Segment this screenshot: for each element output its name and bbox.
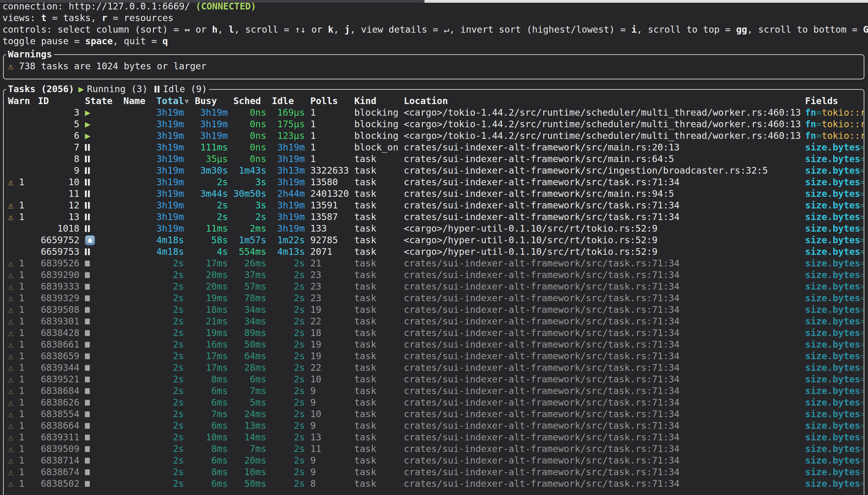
cell-location: crates/sui-indexer-alt-framework/src/tas… — [404, 200, 805, 211]
cell-idle: 3h19m — [266, 200, 305, 211]
task-row[interactable]: ⚠168387142s6ms20ms2s9taskcrates/sui-inde… — [8, 455, 864, 466]
cell-fields: size.bytes= — [805, 269, 864, 281]
header-line: controls: select column (sort) = ↔ or h,… — [2, 24, 868, 35]
cell-state: ▶ — [79, 107, 123, 118]
task-row[interactable]: ⚠168395092s8ms7ms2s11taskcrates/sui-inde… — [8, 443, 864, 455]
state-idle-icon — [85, 167, 90, 174]
column-header-polls[interactable]: Polls — [305, 95, 354, 107]
field-segment: = — [861, 223, 864, 234]
task-row[interactable]: ⚠168395262s17ms26ms2s21taskcrates/sui-in… — [8, 258, 864, 269]
cell-state — [79, 455, 123, 466]
task-row[interactable]: ⚠168393332s20ms57ms2s23taskcrates/sui-in… — [8, 281, 864, 292]
cell-sched: 26ms — [228, 258, 266, 269]
task-row[interactable]: ⚠168385542s7ms24ms2s10taskcrates/sui-ind… — [8, 408, 864, 420]
cell-warn — [8, 118, 35, 130]
field-segment: size.bytes — [805, 142, 861, 153]
duration-value: 3h19m — [156, 130, 184, 141]
task-row[interactable]: ⚠168386262s6ms5ms2s9taskcrates/sui-index… — [8, 397, 864, 408]
task-row[interactable]: 3▶3h19m3h19m0ns169µs1blocking<cargo>/tok… — [8, 107, 864, 118]
task-row[interactable]: ⚠168386642s6ms13ms2s9taskcrates/sui-inde… — [8, 420, 864, 431]
cell-kind: task — [354, 304, 404, 315]
cell-state — [79, 408, 123, 420]
duration-value: 3h19m — [156, 177, 184, 187]
task-row[interactable]: ⚠168392902s20ms37ms2s23taskcrates/sui-in… — [8, 269, 864, 281]
cell-fields: size.bytes= — [805, 258, 864, 269]
task-row[interactable]: ⚠168385022s6ms50ms2s8taskcrates/sui-inde… — [8, 478, 864, 490]
cell-id: 6838674 — [35, 466, 79, 478]
duration-value: 2s — [217, 211, 228, 222]
cell-name — [123, 339, 156, 351]
column-header-state[interactable]: State — [79, 95, 123, 107]
task-row[interactable]: ⚠168393112s10ms14ms2s13taskcrates/sui-in… — [8, 431, 864, 443]
task-row[interactable]: ⚠1123h19m2s3s3h19m13591taskcrates/sui-in… — [8, 200, 864, 211]
task-row[interactable]: ⚠168395212s8ms6ms2s10taskcrates/sui-inde… — [8, 374, 864, 385]
cell-fields: size.bytes= — [805, 188, 864, 200]
cell-id: 3 — [35, 107, 79, 118]
duration-value: 123µs — [277, 130, 305, 141]
column-header-fields[interactable]: Fields — [805, 95, 864, 107]
task-row[interactable]: ⚠168386742s8ms10ms2s9taskcrates/sui-inde… — [8, 466, 864, 478]
field-segment: size.bytes — [805, 327, 861, 338]
duration-value: 2s — [294, 351, 305, 361]
column-header-id[interactable]: ID — [35, 95, 79, 107]
cell-kind: task — [354, 153, 404, 165]
cell-kind: task — [354, 466, 404, 478]
column-header-warn[interactable]: Warn — [8, 95, 35, 107]
cell-warn: ⚠1 — [8, 304, 35, 315]
task-row[interactable]: 6▶3h19m3h19m0ns123µs1blocking<cargo>/tok… — [8, 130, 864, 142]
cell-id: 6839508 — [35, 304, 79, 315]
field-segment: size.bytes — [805, 362, 861, 373]
task-row[interactable]: 93h19m3m30s1m43s3h13m3322633taskcrates/s… — [8, 165, 864, 176]
task-row[interactable]: ⚠168393292s19ms78ms2s23taskcrates/sui-in… — [8, 292, 864, 304]
task-row[interactable]: ⚠1103h19m2s3s3h19m13580taskcrates/sui-in… — [8, 176, 864, 188]
cell-location: crates/sui-indexer-alt-framework/src/ing… — [404, 165, 805, 176]
task-row[interactable]: 66597534m18s4s554ms4m13s2071task<cargo>/… — [8, 246, 864, 258]
task-row[interactable]: 83h19m35µs0ns3h19m1taskcrates/sui-indexe… — [8, 153, 864, 165]
cell-total: 3h19m — [156, 107, 184, 118]
cell-id: 6839290 — [35, 269, 79, 281]
column-header-idle[interactable]: Idle — [266, 95, 305, 107]
cell-total: 3h19m — [156, 211, 184, 223]
column-header-row: WarnIDStateNameTotal▿BusySchedIdlePollsK… — [8, 95, 864, 107]
cell-total: 3h19m — [156, 188, 184, 200]
column-header-location[interactable]: Location — [404, 95, 805, 107]
cell-fields: size.bytes= — [805, 362, 864, 374]
duration-value: 34ms — [244, 304, 266, 315]
field-segment: size.bytes — [805, 246, 861, 257]
cell-fields: size.bytes= — [805, 420, 864, 431]
cell-busy: 19ms — [184, 327, 228, 339]
cell-polls: 23 — [305, 292, 354, 304]
cell-idle: 175µs — [266, 118, 305, 130]
column-header-busy[interactable]: Busy — [184, 95, 228, 107]
cell-location: <cargo>/tokio-1.44.2/src/runtime/schedul… — [404, 118, 805, 130]
task-row[interactable]: 113h19m3m44s30m50s2h44m2401320taskcrates… — [8, 188, 864, 200]
task-row[interactable]: 73h19m111ms0ns3h19m1block_oncrates/sui-i… — [8, 142, 864, 153]
duration-value: 6ms — [250, 374, 266, 385]
task-row[interactable]: 5▶3h19m3h19m0ns175µs1blocking<cargo>/tok… — [8, 118, 864, 130]
task-row[interactable]: ⚠168386842s6ms7ms2s9taskcrates/sui-index… — [8, 385, 864, 397]
column-header-sched[interactable]: Sched — [228, 95, 266, 107]
task-row[interactable]: ⚠168386612s16ms50ms2s19taskcrates/sui-in… — [8, 339, 864, 351]
task-row[interactable]: ⚠168384282s19ms89ms2s18taskcrates/sui-in… — [8, 327, 864, 339]
duration-value: 6ms — [211, 478, 228, 489]
column-header-kind[interactable]: Kind — [354, 95, 404, 107]
cell-fields: size.bytes= — [805, 176, 864, 188]
column-header-name[interactable]: Name — [123, 95, 156, 107]
cell-state — [79, 374, 123, 385]
task-row[interactable]: ⚠168395082s18ms34ms2s19taskcrates/sui-in… — [8, 304, 864, 315]
task-row[interactable]: ⚠168386592s17ms64ms2s19taskcrates/sui-in… — [8, 351, 864, 362]
cell-name — [123, 142, 156, 153]
task-row[interactable]: ⚠168393442s17ms28ms2s22taskcrates/sui-in… — [8, 362, 864, 374]
task-row[interactable]: ⚠1133h19m2s2s3h19m13587taskcrates/sui-in… — [8, 211, 864, 223]
cell-location: crates/sui-indexer-alt-framework/src/tas… — [404, 466, 805, 478]
duration-value: 3s — [255, 200, 266, 210]
duration-value: 2s — [294, 316, 305, 326]
cell-location: crates/sui-indexer-alt-framework/src/tas… — [404, 385, 805, 397]
state-completed-icon — [85, 377, 90, 382]
task-row[interactable]: 66597524m18s58s1m57s1m22s92785task<cargo… — [8, 234, 864, 246]
task-row[interactable]: 10183h19m11ms2ms3h19m133task<cargo>/hype… — [8, 223, 864, 234]
cell-fields: size.bytes= — [805, 281, 864, 292]
duration-value: 3h19m — [277, 211, 305, 222]
task-row[interactable]: ⚠168393012s21ms34ms2s22taskcrates/sui-in… — [8, 315, 864, 327]
cell-idle: 2s — [266, 466, 305, 478]
